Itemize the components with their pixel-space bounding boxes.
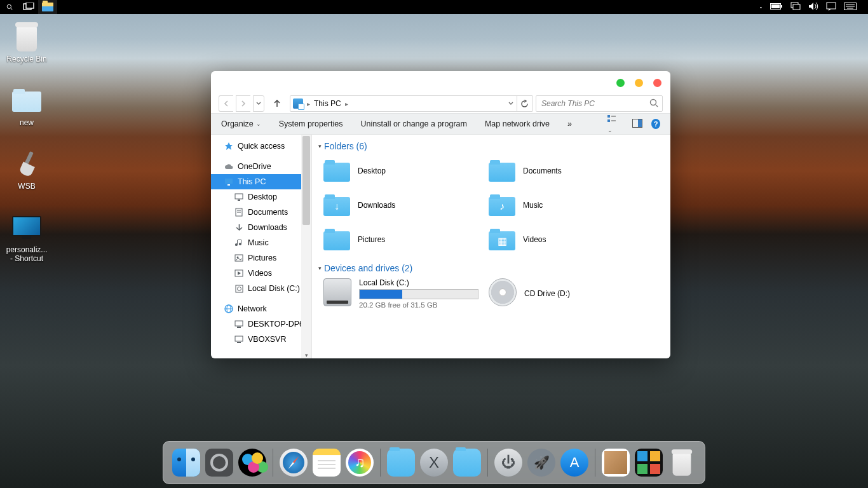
- taskbar-taskview-button[interactable]: [19, 0, 38, 14]
- sidebar-item-vboxsvr[interactable]: VBOXSVR: [211, 332, 311, 347]
- dock-folder[interactable]: [387, 449, 415, 477]
- sidebar-item-this-pc[interactable]: This PC: [211, 174, 311, 189]
- view-options-button[interactable]: ⌄: [607, 114, 623, 134]
- dock-safari[interactable]: [280, 449, 308, 477]
- dock-finder[interactable]: [172, 449, 200, 477]
- window-titlebar[interactable]: [211, 71, 670, 94]
- toolbar-organize[interactable]: Organize⌄: [221, 119, 261, 128]
- group-header-drives[interactable]: ▾ Devices and drives (2): [318, 263, 664, 273]
- trash-icon: [670, 449, 693, 475]
- svg-line-1: [11, 8, 13, 10]
- scrollbar-thumb[interactable]: [302, 136, 310, 225]
- cloud-icon: [224, 161, 234, 172]
- desktop-icon: [234, 192, 244, 202]
- sidebar-item-downloads[interactable]: Downloads: [211, 220, 311, 235]
- folder-pictures[interactable]: Pictures: [323, 225, 482, 254]
- sidebar-item-network[interactable]: Network: [211, 301, 311, 316]
- search-box[interactable]: [536, 95, 663, 112]
- sidebar-item-label: Quick access: [238, 142, 285, 151]
- sidebar-item-onedrive[interactable]: OneDrive: [211, 159, 311, 174]
- svg-rect-3: [26, 3, 34, 8]
- nav-history-dropdown[interactable]: [253, 95, 264, 112]
- dock-stack[interactable]: [635, 449, 663, 477]
- nav-up-button[interactable]: [269, 96, 285, 111]
- nav-forward-button[interactable]: [236, 95, 250, 112]
- dock-separator: [595, 449, 595, 477]
- sidebar-item-desktop-dp6m[interactable]: DESKTOP-DP6M: [211, 316, 311, 332]
- svg-rect-27: [225, 179, 233, 184]
- refresh-button[interactable]: [517, 96, 531, 111]
- dock-notes[interactable]: [313, 449, 341, 477]
- sidebar-item-documents[interactable]: Documents: [211, 205, 311, 220]
- toolbar-system-properties[interactable]: System properties: [279, 119, 343, 128]
- dock-itunes[interactable]: [346, 449, 374, 477]
- folder-videos[interactable]: ▦Videos: [489, 225, 648, 254]
- window-minimize-button[interactable]: [616, 79, 625, 87]
- dock-launchpad[interactable]: [527, 449, 555, 477]
- desktop-icon-label: WSB: [3, 182, 51, 191]
- sidebar-item-label: This PC: [238, 177, 266, 186]
- sidebar-item-desktop[interactable]: Desktop: [211, 189, 311, 205]
- nav-back-button[interactable]: [219, 95, 233, 112]
- folder-downloads[interactable]: ↓Downloads: [323, 191, 482, 220]
- dock-game-center[interactable]: [238, 449, 266, 477]
- network-icon[interactable]: [790, 2, 801, 13]
- breadcrumb-location[interactable]: This PC: [314, 99, 341, 108]
- sidebar-item-label: Desktop: [248, 193, 277, 201]
- drive-usage-bar: [359, 289, 478, 299]
- star-icon: [224, 141, 234, 151]
- battery-icon[interactable]: [770, 3, 783, 12]
- folder-label: Pictures: [358, 235, 385, 244]
- desktop-icon-wsb[interactable]: WSB: [3, 149, 51, 191]
- sidebar-item-label: Pictures: [248, 254, 276, 262]
- recycle-bin-icon: [14, 22, 39, 51]
- dock-preferences[interactable]: [205, 449, 233, 477]
- dock-x[interactable]: [420, 449, 448, 477]
- dock-folder[interactable]: [453, 449, 481, 477]
- breadcrumb-separator-icon[interactable]: ▸: [345, 100, 348, 107]
- folder-desktop[interactable]: Desktop: [323, 156, 482, 186]
- scroll-down-icon[interactable]: ▾: [301, 351, 311, 358]
- folder-icon: [43, 1, 48, 3]
- sidebar-item-pictures[interactable]: Pictures: [211, 250, 311, 266]
- desktop-icon-new[interactable]: new: [3, 85, 51, 127]
- drive-label: CD Drive (D:): [524, 289, 570, 298]
- volume-icon[interactable]: [808, 2, 818, 13]
- window-close-button[interactable]: [653, 79, 661, 87]
- breadcrumb-bar[interactable]: ▸ This PC ▸: [290, 95, 533, 112]
- folder-icon: ↓: [323, 194, 350, 216]
- desktop-icon-personalize[interactable]: personaliz... - Shortcut: [3, 212, 51, 263]
- folder-label: Videos: [523, 235, 546, 244]
- folder-label: Documents: [523, 166, 562, 175]
- input-keyboard-icon[interactable]: [844, 3, 857, 12]
- folder-music[interactable]: ♪Music: [489, 191, 648, 220]
- search-input[interactable]: [536, 96, 662, 111]
- sidebar-item-music[interactable]: Music: [211, 235, 311, 250]
- desktop-icon-recycle-bin[interactable]: Recycle Bin: [3, 22, 51, 64]
- group-header-folders[interactable]: ▾ Folders (6): [318, 141, 664, 151]
- address-history-dropdown[interactable]: [506, 96, 516, 111]
- address-bar-row: ▸ This PC ▸: [211, 94, 670, 113]
- dock-trash[interactable]: [668, 449, 696, 477]
- folder-documents[interactable]: Documents: [489, 156, 648, 186]
- toolbar-map-drive[interactable]: Map network drive: [485, 119, 550, 128]
- dock-stack[interactable]: [602, 449, 630, 477]
- dock-appstore[interactable]: [560, 449, 588, 477]
- preview-pane-button[interactable]: [632, 119, 642, 130]
- drive-c[interactable]: Local Disk (C:) 20.2 GB free of 31.5 GB: [323, 278, 482, 309]
- drive-d[interactable]: CD Drive (D:): [489, 278, 648, 309]
- svg-rect-45: [237, 327, 241, 328]
- toolbar-uninstall[interactable]: Uninstall or change a program: [360, 119, 466, 128]
- sidebar-item-quick-access[interactable]: Quick access: [211, 139, 311, 154]
- drive-label: Local Disk (C:): [359, 278, 478, 287]
- window-maximize-button[interactable]: [635, 79, 643, 87]
- action-center-icon[interactable]: [826, 2, 836, 13]
- taskbar-search-button[interactable]: [0, 0, 19, 14]
- help-button[interactable]: ?: [651, 119, 660, 129]
- sidebar-scrollbar[interactable]: ▴ ▾: [301, 135, 311, 358]
- dock-power[interactable]: [494, 449, 522, 477]
- taskbar-explorer-button[interactable]: [38, 0, 57, 14]
- sidebar-item-local-disk-c-[interactable]: Local Disk (C:): [211, 281, 311, 296]
- sidebar-item-videos[interactable]: Videos: [211, 266, 311, 281]
- toolbar-overflow[interactable]: »: [567, 119, 572, 128]
